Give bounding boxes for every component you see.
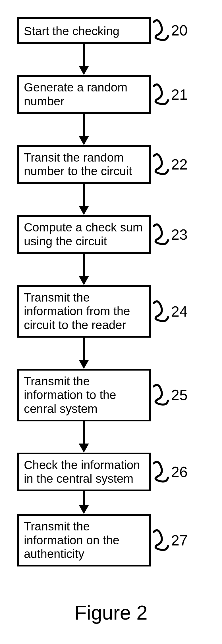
step-box: Transmit the information on the authenti…	[17, 514, 151, 566]
step-row: Start the checking 20	[17, 17, 205, 44]
svg-marker-9	[79, 360, 89, 369]
arrow	[17, 114, 151, 145]
svg-marker-11	[79, 444, 89, 453]
step-label-group: 23	[152, 223, 188, 246]
step-row: Check the information in the central sys…	[17, 453, 205, 492]
step-row: Transmit the information to the cenral s…	[17, 369, 205, 421]
step-label-group: 24	[152, 300, 188, 323]
svg-marker-3	[79, 136, 89, 145]
step-label: 27	[171, 532, 188, 549]
step-label: 24	[171, 303, 188, 320]
svg-marker-1	[79, 66, 89, 75]
squiggle-icon	[152, 83, 169, 106]
arrow	[17, 44, 151, 75]
step-label: 26	[171, 463, 188, 480]
step-label-group: 22	[152, 153, 188, 176]
step-label-group: 21	[152, 83, 188, 106]
figure-caption: Figure 2	[0, 601, 222, 624]
squiggle-icon	[152, 300, 169, 323]
step-box: Transmit the information to the cenral s…	[17, 369, 151, 421]
squiggle-icon	[152, 384, 169, 406]
step-label-group: 27	[152, 529, 188, 552]
step-label: 21	[171, 86, 188, 103]
svg-marker-5	[79, 206, 89, 215]
step-box: Transmit the information from the circui…	[17, 285, 151, 338]
squiggle-icon	[152, 19, 169, 42]
step-box: Transit the random number to the circuit	[17, 145, 151, 184]
step-row: Compute a check sum using the circuit 23	[17, 215, 205, 254]
step-row: Transmit the information on the authenti…	[17, 514, 205, 566]
step-row: Generate a random number 21	[17, 75, 205, 114]
arrow	[17, 184, 151, 215]
flowchart: Start the checking 20 Generate a random …	[17, 17, 205, 566]
step-box: Start the checking	[17, 17, 151, 44]
step-label-group: 25	[152, 384, 188, 406]
step-label: 20	[171, 22, 188, 39]
arrow	[17, 421, 151, 453]
step-row: Transit the random number to the circuit…	[17, 145, 205, 184]
squiggle-icon	[152, 461, 169, 483]
squiggle-icon	[152, 529, 169, 552]
step-label: 23	[171, 226, 188, 243]
svg-marker-7	[79, 276, 89, 285]
arrow	[17, 338, 151, 369]
step-row: Transmit the information from the circui…	[17, 285, 205, 338]
squiggle-icon	[152, 223, 169, 246]
arrow	[17, 491, 151, 514]
step-box: Check the information in the central sys…	[17, 453, 151, 492]
squiggle-icon	[152, 153, 169, 176]
step-label-group: 20	[152, 19, 188, 42]
step-label: 25	[171, 386, 188, 403]
svg-marker-13	[79, 505, 89, 514]
step-box: Generate a random number	[17, 75, 151, 114]
step-label: 22	[171, 156, 188, 173]
arrow	[17, 254, 151, 285]
step-label-group: 26	[152, 461, 188, 483]
step-box: Compute a check sum using the circuit	[17, 215, 151, 254]
